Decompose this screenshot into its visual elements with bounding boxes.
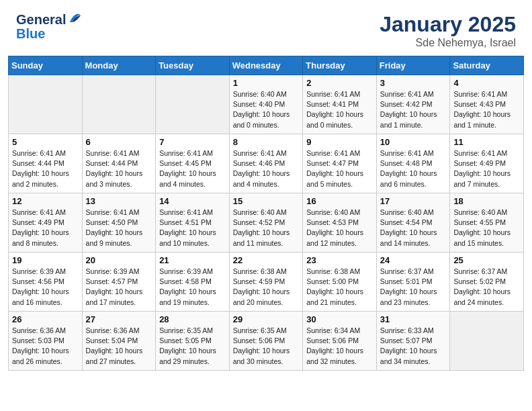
logo-general-text: General bbox=[16, 12, 66, 28]
day-number: 25 bbox=[453, 255, 520, 265]
col-tuesday: Tuesday bbox=[156, 56, 230, 75]
table-row: 12Sunrise: 6:41 AMSunset: 4:49 PMDayligh… bbox=[9, 193, 83, 253]
day-number: 24 bbox=[380, 255, 447, 265]
calendar-wrapper: Sunday Monday Tuesday Wednesday Thursday… bbox=[0, 56, 532, 379]
day-info: Sunrise: 6:36 AMSunset: 5:03 PMDaylight:… bbox=[12, 326, 79, 367]
title-block: January 2025 Sde Nehemya, Israel bbox=[380, 12, 516, 49]
day-number: 21 bbox=[159, 255, 226, 265]
table-row: 21Sunrise: 6:39 AMSunset: 4:58 PMDayligh… bbox=[156, 253, 230, 312]
day-number: 19 bbox=[12, 255, 79, 265]
table-row: 11Sunrise: 6:41 AMSunset: 4:49 PMDayligh… bbox=[450, 134, 524, 193]
day-info: Sunrise: 6:40 AMSunset: 4:40 PMDaylight:… bbox=[233, 89, 300, 130]
day-number: 18 bbox=[453, 196, 520, 206]
day-info: Sunrise: 6:41 AMSunset: 4:43 PMDaylight:… bbox=[453, 89, 520, 130]
logo: General Blue bbox=[16, 12, 82, 42]
calendar-body: 1Sunrise: 6:40 AMSunset: 4:40 PMDaylight… bbox=[9, 75, 524, 371]
day-info: Sunrise: 6:39 AMSunset: 4:57 PMDaylight:… bbox=[86, 267, 152, 308]
day-info: Sunrise: 6:40 AMSunset: 4:52 PMDaylight:… bbox=[233, 208, 300, 248]
day-info: Sunrise: 6:41 AMSunset: 4:49 PMDaylight:… bbox=[453, 148, 520, 189]
table-row: 1Sunrise: 6:40 AMSunset: 4:40 PMDaylight… bbox=[229, 75, 303, 134]
day-number: 23 bbox=[306, 255, 373, 265]
table-row: 23Sunrise: 6:38 AMSunset: 5:00 PMDayligh… bbox=[303, 253, 377, 312]
day-number: 31 bbox=[380, 314, 447, 324]
day-number: 14 bbox=[159, 196, 226, 206]
table-row: 28Sunrise: 6:35 AMSunset: 5:05 PMDayligh… bbox=[156, 312, 230, 371]
table-row: 4Sunrise: 6:41 AMSunset: 4:43 PMDaylight… bbox=[450, 75, 524, 134]
day-number: 6 bbox=[86, 137, 152, 147]
table-row bbox=[156, 75, 230, 134]
table-row: 27Sunrise: 6:36 AMSunset: 5:04 PMDayligh… bbox=[82, 312, 156, 371]
table-row: 22Sunrise: 6:38 AMSunset: 4:59 PMDayligh… bbox=[229, 253, 303, 312]
table-row: 13Sunrise: 6:41 AMSunset: 4:50 PMDayligh… bbox=[82, 193, 156, 253]
day-info: Sunrise: 6:40 AMSunset: 4:55 PMDaylight:… bbox=[453, 208, 520, 248]
col-thursday: Thursday bbox=[303, 56, 377, 75]
day-info: Sunrise: 6:33 AMSunset: 5:07 PMDaylight:… bbox=[380, 326, 447, 367]
col-sunday: Sunday bbox=[9, 56, 83, 75]
day-info: Sunrise: 6:41 AMSunset: 4:48 PMDaylight:… bbox=[380, 148, 447, 189]
day-info: Sunrise: 6:37 AMSunset: 5:01 PMDaylight:… bbox=[380, 267, 447, 308]
day-number: 1 bbox=[233, 78, 300, 88]
day-info: Sunrise: 6:41 AMSunset: 4:51 PMDaylight:… bbox=[159, 208, 226, 248]
table-row bbox=[82, 75, 156, 134]
page-header: General Blue January 2025 Sde Nehemya, I… bbox=[0, 0, 532, 56]
day-info: Sunrise: 6:40 AMSunset: 4:53 PMDaylight:… bbox=[306, 208, 373, 248]
day-info: Sunrise: 6:39 AMSunset: 4:56 PMDaylight:… bbox=[12, 267, 79, 308]
table-row: 10Sunrise: 6:41 AMSunset: 4:48 PMDayligh… bbox=[376, 134, 450, 193]
table-row: 24Sunrise: 6:37 AMSunset: 5:01 PMDayligh… bbox=[376, 253, 450, 312]
day-number: 28 bbox=[159, 314, 226, 324]
day-number: 17 bbox=[380, 196, 447, 206]
logo-bird-icon bbox=[67, 13, 82, 25]
table-row: 3Sunrise: 6:41 AMSunset: 4:42 PMDaylight… bbox=[376, 75, 450, 134]
table-row: 19Sunrise: 6:39 AMSunset: 4:56 PMDayligh… bbox=[9, 253, 83, 312]
day-number: 2 bbox=[306, 78, 373, 88]
table-row bbox=[450, 312, 524, 371]
day-info: Sunrise: 6:41 AMSunset: 4:42 PMDaylight:… bbox=[380, 89, 447, 130]
day-number: 9 bbox=[306, 137, 373, 147]
table-row: 8Sunrise: 6:41 AMSunset: 4:46 PMDaylight… bbox=[229, 134, 303, 193]
day-info: Sunrise: 6:41 AMSunset: 4:49 PMDaylight:… bbox=[12, 208, 79, 248]
table-row: 20Sunrise: 6:39 AMSunset: 4:57 PMDayligh… bbox=[82, 253, 156, 312]
day-info: Sunrise: 6:35 AMSunset: 5:05 PMDaylight:… bbox=[159, 326, 226, 367]
day-number: 16 bbox=[306, 196, 373, 206]
day-info: Sunrise: 6:41 AMSunset: 4:45 PMDaylight:… bbox=[159, 148, 226, 189]
col-saturday: Saturday bbox=[450, 56, 524, 75]
table-row: 14Sunrise: 6:41 AMSunset: 4:51 PMDayligh… bbox=[156, 193, 230, 253]
col-monday: Monday bbox=[82, 56, 156, 75]
day-info: Sunrise: 6:38 AMSunset: 5:00 PMDaylight:… bbox=[306, 267, 373, 308]
calendar-header: Sunday Monday Tuesday Wednesday Thursday… bbox=[9, 56, 524, 75]
day-number: 15 bbox=[233, 196, 300, 206]
day-info: Sunrise: 6:40 AMSunset: 4:54 PMDaylight:… bbox=[380, 208, 447, 248]
day-number: 3 bbox=[380, 78, 447, 88]
table-row: 26Sunrise: 6:36 AMSunset: 5:03 PMDayligh… bbox=[9, 312, 83, 371]
day-info: Sunrise: 6:41 AMSunset: 4:41 PMDaylight:… bbox=[306, 89, 373, 130]
table-row bbox=[9, 75, 83, 134]
day-info: Sunrise: 6:39 AMSunset: 4:58 PMDaylight:… bbox=[159, 267, 226, 308]
page-title: January 2025 bbox=[380, 12, 516, 37]
day-info: Sunrise: 6:41 AMSunset: 4:46 PMDaylight:… bbox=[233, 148, 300, 189]
day-number: 20 bbox=[86, 255, 152, 265]
day-number: 27 bbox=[86, 314, 152, 324]
day-number: 8 bbox=[233, 137, 300, 147]
col-friday: Friday bbox=[376, 56, 450, 75]
table-row: 17Sunrise: 6:40 AMSunset: 4:54 PMDayligh… bbox=[376, 193, 450, 253]
day-number: 7 bbox=[159, 137, 226, 147]
day-number: 12 bbox=[12, 196, 79, 206]
day-number: 13 bbox=[86, 196, 152, 206]
day-info: Sunrise: 6:41 AMSunset: 4:44 PMDaylight:… bbox=[12, 148, 79, 189]
table-row: 15Sunrise: 6:40 AMSunset: 4:52 PMDayligh… bbox=[229, 193, 303, 253]
day-info: Sunrise: 6:34 AMSunset: 5:06 PMDaylight:… bbox=[306, 326, 373, 367]
calendar-table: Sunday Monday Tuesday Wednesday Thursday… bbox=[8, 56, 524, 371]
logo-blue-text: Blue bbox=[16, 26, 45, 41]
table-row: 30Sunrise: 6:34 AMSunset: 5:06 PMDayligh… bbox=[303, 312, 377, 371]
day-number: 11 bbox=[453, 137, 520, 147]
table-row: 29Sunrise: 6:35 AMSunset: 5:06 PMDayligh… bbox=[229, 312, 303, 371]
table-row: 18Sunrise: 6:40 AMSunset: 4:55 PMDayligh… bbox=[450, 193, 524, 253]
table-row: 25Sunrise: 6:37 AMSunset: 5:02 PMDayligh… bbox=[450, 253, 524, 312]
table-row: 31Sunrise: 6:33 AMSunset: 5:07 PMDayligh… bbox=[376, 312, 450, 371]
day-number: 5 bbox=[12, 137, 79, 147]
table-row: 6Sunrise: 6:41 AMSunset: 4:44 PMDaylight… bbox=[82, 134, 156, 193]
day-number: 26 bbox=[12, 314, 79, 324]
day-number: 10 bbox=[380, 137, 447, 147]
day-number: 22 bbox=[233, 255, 300, 265]
table-row: 16Sunrise: 6:40 AMSunset: 4:53 PMDayligh… bbox=[303, 193, 377, 253]
